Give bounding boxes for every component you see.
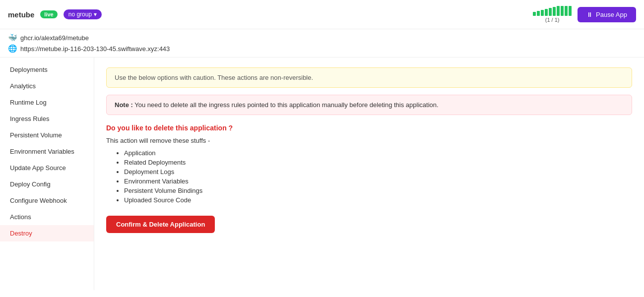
image-value: ghcr.io/alexta69/metube <box>20 34 89 42</box>
sidebar-item-persistent-volume[interactable]: Persistent Volume <box>0 127 94 143</box>
list-item: Deployment Logs <box>124 168 632 176</box>
sidebar-item-configure-webhook[interactable]: Configure Webhook <box>0 192 94 209</box>
main-layout: DeploymentsAnalyticsRuntime LogIngress R… <box>0 58 644 290</box>
content-area: Use the below options with caution. Thes… <box>94 58 644 290</box>
group-badge[interactable]: no group ▾ <box>64 9 102 19</box>
sidebar-item-analytics[interactable]: Analytics <box>0 78 94 94</box>
list-item: Persistent Volume Bindings <box>124 187 632 194</box>
signal-count: (1 / 1) <box>545 17 560 23</box>
signal-bar-8 <box>561 6 564 16</box>
signal-bar-1 <box>533 12 536 16</box>
list-item: Environment Variables <box>124 178 632 185</box>
signal-bar-10 <box>569 6 572 16</box>
delete-items-list: ApplicationRelated DeploymentsDeployment… <box>106 149 632 204</box>
signal-bar-2 <box>537 11 540 16</box>
list-item: Related Deployments <box>124 159 632 166</box>
action-description: This action will remove these stuffs - <box>106 137 632 144</box>
signal-bar-3 <box>541 10 544 16</box>
globe-icon: 🌐 <box>8 44 17 53</box>
delete-question: Do you like to delete this application ? <box>106 124 632 132</box>
url-value: https://metube.ip-116-203-130-45.swiftwa… <box>20 45 170 53</box>
pause-app-button[interactable]: Pause App <box>578 7 636 22</box>
top-bar-right: (1 / 1) <box>533 6 572 23</box>
sidebar-item-destroy[interactable]: Destroy <box>0 225 94 241</box>
sidebar-item-actions[interactable]: Actions <box>0 209 94 225</box>
note-text: You need to delete all the ingress rules… <box>134 101 438 109</box>
meta-url: 🌐 https://metube.ip-116-203-130-45.swift… <box>8 44 636 53</box>
sidebar-item-deployments[interactable]: Deployments <box>0 61 94 78</box>
signal-bar-6 <box>553 7 556 16</box>
signal-bars <box>533 6 572 16</box>
app-name: metube <box>8 10 34 19</box>
confirm-delete-button[interactable]: Confirm & Delete Application <box>106 216 215 233</box>
signal-bar-4 <box>545 9 548 16</box>
group-label: no group <box>68 11 92 18</box>
signal-bar-7 <box>557 6 560 16</box>
signal-bar-9 <box>565 6 568 16</box>
warning-banner: Use the below options with caution. Thes… <box>106 67 632 88</box>
chevron-down-icon: ▾ <box>94 11 97 18</box>
warning-text: Use the below options with caution. Thes… <box>115 74 313 81</box>
note-banner: Note : You need to delete all the ingres… <box>106 95 632 115</box>
sidebar-item-deploy-config[interactable]: Deploy Config <box>0 176 94 192</box>
list-item: Uploaded Source Code <box>124 196 632 204</box>
list-item: Application <box>124 149 632 157</box>
note-label: Note : <box>115 101 133 109</box>
sidebar: DeploymentsAnalyticsRuntime LogIngress R… <box>0 58 94 290</box>
signal-bar-5 <box>549 8 552 16</box>
sidebar-item-environment-variables[interactable]: Environment Variables <box>0 143 94 160</box>
sidebar-item-update-app-source[interactable]: Update App Source <box>0 160 94 176</box>
meta-bar: 🐳 ghcr.io/alexta69/metube 🌐 https://metu… <box>0 29 644 58</box>
top-bar: metube live no group ▾ (1 / 1) Pause App <box>0 0 644 29</box>
sidebar-item-runtime-log[interactable]: Runtime Log <box>0 94 94 111</box>
live-badge: live <box>40 10 57 18</box>
docker-icon: 🐳 <box>8 33 17 42</box>
sidebar-item-ingress-rules[interactable]: Ingress Rules <box>0 111 94 127</box>
meta-image: 🐳 ghcr.io/alexta69/metube <box>8 33 636 42</box>
